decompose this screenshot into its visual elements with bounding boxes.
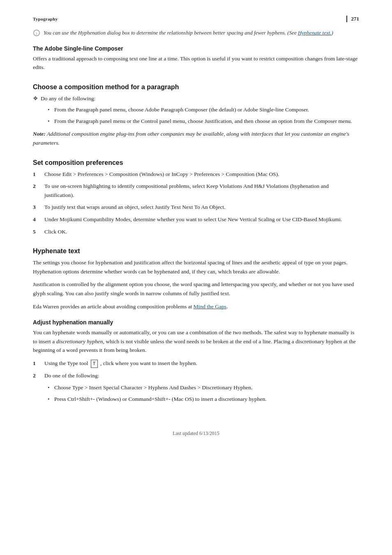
step-5: 5 Click OK. bbox=[33, 227, 359, 236]
adjust-step-2: 2 Do one of the following: bbox=[33, 371, 359, 380]
adjust-hyphenation-heading: Adjust hyphenation manually bbox=[33, 319, 359, 326]
adjust-hyphenation-para1: You can hyphenate words manually or auto… bbox=[33, 328, 359, 355]
hyphenate-para3: Eda Warren provides an article about avo… bbox=[33, 302, 359, 311]
note-text: You can use the Hyphenation dialog box t… bbox=[44, 29, 333, 37]
hyphenate-para2: Justification is controlled by the align… bbox=[33, 280, 359, 298]
footer: Last updated 6/13/2015 bbox=[33, 424, 359, 437]
svg-text:i: i bbox=[36, 31, 37, 36]
step-3: 3 To justify text that wraps around an o… bbox=[33, 203, 359, 212]
type-tool-icon: T bbox=[91, 360, 98, 368]
adjust-steps: 1 Using the Type tool T , click where yo… bbox=[33, 359, 359, 380]
bullet-dot-1: • bbox=[48, 105, 54, 114]
mind-the-gaps-link[interactable]: Mind the Gaps bbox=[194, 303, 226, 310]
adjust-bullet-2: • Press Ctrl+Shift+- (Windows) or Comman… bbox=[48, 395, 359, 404]
page-container: 271 Typography i You can use the Hyphena… bbox=[0, 0, 392, 555]
diamond-icon: ❖ bbox=[33, 94, 38, 103]
bullet-dot-2: • bbox=[48, 117, 54, 126]
adobe-single-line-heading: The Adobe Single-line Composer bbox=[33, 45, 359, 52]
adjust-bullet-1: • Choose Type > Insert Special Character… bbox=[48, 383, 359, 392]
note-box: i You can use the Hyphenation dialog box… bbox=[33, 29, 359, 37]
adjust-step-1: 1 Using the Type tool T , click where yo… bbox=[33, 359, 359, 368]
note-icon: i bbox=[33, 29, 40, 37]
note-italic-text: Note: Additional composition engine plug… bbox=[33, 130, 359, 147]
step-2: 2 To use on-screen highlighting to ident… bbox=[33, 182, 359, 199]
step-4: 4 Under Mojikumi Compatibility Modes, de… bbox=[33, 215, 359, 224]
adjust-bullet-dot-2: • bbox=[48, 395, 54, 404]
set-composition-heading: Set composition preferences bbox=[33, 159, 359, 166]
step-1: 1 Choose Edit > Preferences > Compositio… bbox=[33, 170, 359, 179]
adobe-single-line-body: Offers a traditional approach to composi… bbox=[33, 54, 359, 72]
bullet-item-1: • From the Paragraph panel menu, choose … bbox=[48, 105, 359, 114]
hyphenate-text-heading: Hyphenate text bbox=[33, 247, 359, 255]
adjust-bullet-dot-1: • bbox=[48, 383, 54, 392]
bullet-item-2: • From the Paragraph panel menu or the C… bbox=[48, 117, 359, 126]
hyphenate-text-link[interactable]: Hyphenate text. bbox=[298, 30, 332, 36]
hyphenate-para1: The settings you choose for hyphenation … bbox=[33, 258, 359, 276]
choose-composition-heading: Choose a composition method for a paragr… bbox=[33, 83, 359, 91]
page-number: 271 bbox=[346, 16, 360, 22]
diamond-list-item: ❖ Do any of the following: bbox=[33, 94, 359, 103]
note-label: Note: bbox=[33, 131, 46, 137]
set-composition-steps: 1 Choose Edit > Preferences > Compositio… bbox=[33, 170, 359, 236]
section-label: Typography bbox=[33, 16, 359, 21]
discretionary-hyphen-term: discretionary hyphen bbox=[56, 338, 103, 345]
